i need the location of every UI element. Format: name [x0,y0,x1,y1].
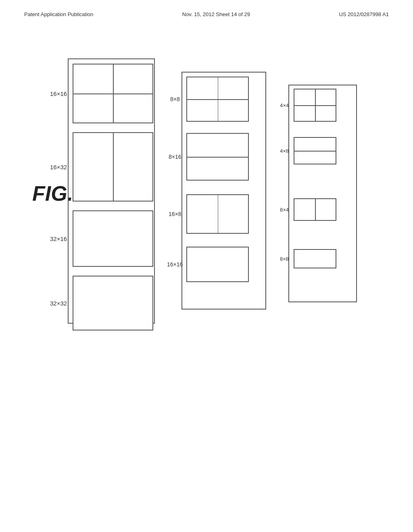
mid-label-4: 16×16 [167,261,183,268]
right-label-3: 8×4 [280,207,289,213]
grid-4x4 [294,89,336,121]
right-label-4: 8×8 [280,256,289,262]
grid-8x4 [294,199,336,220]
left-label-3: 32×16 [50,235,67,242]
mid-label-3: 16×8 [169,211,181,217]
right-block-3: 8×4 [294,198,336,221]
right-block-2: 4×8 [294,137,336,164]
page-header: Patent Application Publication Nov. 15, … [0,0,413,17]
mid-block-3: 16×8 [186,194,249,234]
mid-label-2: 8×16 [169,154,181,160]
mid-label-1: 8×8 [170,96,180,102]
left-label-4: 32×32 [50,300,67,307]
grid-16x8 [187,195,248,233]
mid-block-2: 8×16 [186,133,249,181]
header-patent-number: US 2012/0287998 A1 [339,11,389,17]
mid-block-1: 8×8 [186,77,249,122]
left-label-1: 16×16 [50,90,67,97]
left-label-2: 16×32 [50,164,67,170]
right-block-4: 8×8 [294,249,336,268]
left-block-1: 16×16 [73,64,153,123]
mid-block-4: 16×16 [186,247,249,282]
left-block-2: 16×32 [73,132,153,202]
grid-4x8 [294,138,336,164]
grid-8x16 [187,134,248,180]
header-date-sheet: Nov. 15, 2012 Sheet 14 of 29 [182,11,250,17]
left-block-4: 32×32 [73,276,153,330]
grid-16x16 [73,64,152,123]
left-block-3: 32×16 [73,210,153,267]
right-block-1: 4×4 [294,89,336,122]
header-publication-label: Patent Application Publication [24,11,93,17]
grid-16x32 [73,133,152,201]
right-label-1: 4×4 [280,102,289,108]
figure-area: FIG. 17 16×16 16×32 32×16 32×32 8×8 8×16… [24,52,389,508]
grid-8x8 [187,77,248,121]
right-label-2: 4×8 [280,148,289,154]
